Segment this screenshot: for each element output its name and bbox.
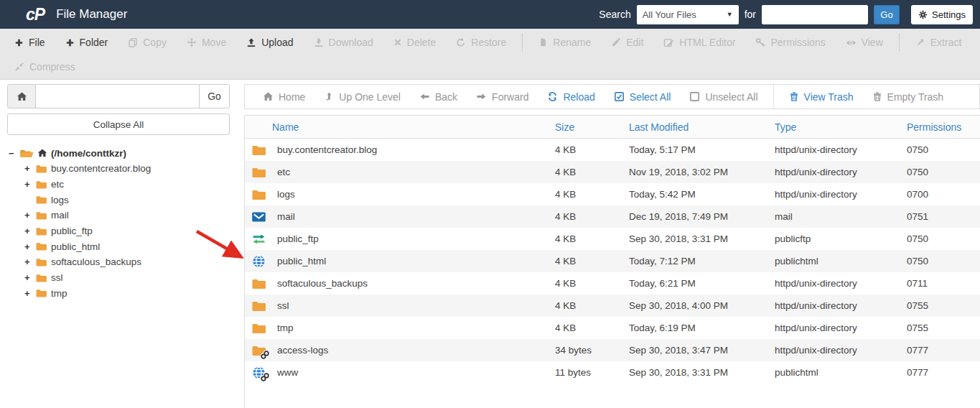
- search-label: Search: [599, 9, 630, 20]
- tree-item[interactable]: + buy.contentcreator.blog: [24, 161, 238, 177]
- extract-button[interactable]: Extract: [905, 37, 972, 48]
- settings-button[interactable]: Settings: [911, 5, 973, 24]
- expand-icon[interactable]: +: [24, 288, 32, 299]
- path-input[interactable]: [36, 84, 199, 108]
- tree-item[interactable]: + public_ftp: [24, 223, 238, 239]
- tree-item[interactable]: + tmp: [24, 286, 238, 302]
- empty-trash-button[interactable]: Empty Trash: [863, 91, 953, 103]
- path-location-bar: Go: [7, 84, 230, 108]
- file-type-icon: [251, 300, 266, 312]
- file-last-modified: Today, 5:17 PM: [629, 144, 775, 155]
- search-input[interactable]: [762, 5, 868, 24]
- folder-button[interactable]: Folder: [55, 37, 118, 48]
- eye-icon: [846, 37, 857, 48]
- tree-item[interactable]: logs: [24, 192, 238, 208]
- table-row[interactable]: softaculous_backups 4 KB Today, 6:21 PM …: [245, 272, 980, 295]
- file-size: 4 KB: [555, 323, 629, 333]
- restore-button[interactable]: Restore: [446, 37, 516, 48]
- column-header-last-modified[interactable]: Last Modified: [629, 121, 775, 133]
- expand-icon[interactable]: +: [24, 163, 32, 174]
- back-button[interactable]: Back: [410, 91, 467, 103]
- expand-icon[interactable]: +: [24, 272, 32, 283]
- reload-button[interactable]: Reload: [538, 91, 604, 103]
- column-header-name[interactable]: Name: [245, 121, 555, 133]
- folder-icon: [35, 180, 47, 190]
- move-button[interactable]: Move: [177, 37, 236, 48]
- table-row[interactable]: public_ftp 4 KB Sep 30, 2018, 3:31 PM pu…: [245, 228, 980, 250]
- compress-button[interactable]: Compress: [4, 61, 85, 73]
- delete-button[interactable]: Delete: [383, 37, 446, 48]
- tree-item[interactable]: + softaculous_backups: [24, 254, 238, 270]
- file-name: www: [277, 367, 298, 378]
- file-permissions: 0777: [907, 367, 979, 378]
- table-body: buy.contentcreator.blog 4 KB Today, 5:17…: [245, 139, 980, 384]
- file-last-modified: Today, 6:21 PM: [629, 278, 775, 289]
- file-type-icon: [251, 344, 266, 357]
- expand-icon[interactable]: +: [24, 256, 32, 267]
- table-row[interactable]: logs 4 KB Today, 5:42 PM httpd/unix-dire…: [245, 183, 980, 205]
- navbar-separator: [773, 85, 774, 108]
- file-type-icon: [251, 144, 266, 157]
- html-editor-button[interactable]: HTML Editor: [653, 37, 745, 48]
- tree-item[interactable]: + public_html: [24, 238, 238, 254]
- column-header-permissions[interactable]: Permissions: [907, 121, 979, 133]
- table-row[interactable]: access-logs 34 bytes Sep 30, 2018, 3:47 …: [245, 339, 980, 361]
- folder-icon: [35, 241, 47, 251]
- copy-button[interactable]: Copy: [118, 37, 177, 48]
- collapse-all-button[interactable]: Collapse All: [7, 113, 230, 135]
- rename-button[interactable]: Rename: [528, 37, 601, 48]
- table-row[interactable]: tmp 4 KB Today, 6:19 PM httpd/unix-direc…: [245, 317, 980, 339]
- download-button[interactable]: Download: [304, 37, 383, 48]
- expand-icon[interactable]: +: [24, 210, 32, 221]
- select-all-button[interactable]: Select All: [605, 91, 681, 103]
- tree-item[interactable]: + mail: [24, 208, 238, 223]
- unselect-all-button[interactable]: Unselect All: [680, 91, 767, 103]
- file-type: httpd/unix-directory: [775, 144, 907, 155]
- expand-icon[interactable]: +: [24, 226, 32, 236]
- path-go-button[interactable]: Go: [199, 84, 230, 108]
- table-row[interactable]: mail 4 KB Dec 19, 2018, 7:49 PM mail 075…: [245, 205, 980, 228]
- path-home-button[interactable]: [7, 84, 36, 108]
- home-button[interactable]: Home: [253, 91, 314, 103]
- folder-icon: [35, 164, 47, 174]
- tree-root-home[interactable]: − (/home/conttkzr): [9, 145, 238, 161]
- tree-item[interactable]: + etc: [24, 177, 238, 193]
- column-header-type[interactable]: Type: [775, 121, 907, 133]
- view-trash-button[interactable]: View Trash: [780, 91, 863, 103]
- column-header-size[interactable]: Size: [555, 121, 629, 133]
- table-row[interactable]: buy.contentcreator.blog 4 KB Today, 5:17…: [245, 139, 980, 161]
- home-icon: [263, 91, 274, 102]
- table-row[interactable]: www 11 bytes Sep 30, 2018, 3:31 PM publi…: [245, 361, 980, 384]
- file-button[interactable]: File: [4, 37, 55, 48]
- link-overlay-icon: [261, 351, 269, 359]
- collapse-expander[interactable]: −: [9, 148, 16, 159]
- extract-icon: [915, 37, 925, 47]
- file-last-modified: Sep 30, 2018, 3:31 PM: [629, 233, 775, 244]
- tree-item-label: mail: [51, 210, 69, 221]
- trash-icon: [872, 91, 882, 102]
- file-type: httpd/unix-directory: [775, 189, 907, 200]
- table-row[interactable]: ssl 4 KB Sep 30, 2018, 4:00 PM httpd/uni…: [245, 295, 980, 317]
- restore-icon: [456, 37, 466, 47]
- forward-button[interactable]: Forward: [467, 91, 538, 103]
- search-scope-select[interactable]: All Your Files ▼: [637, 5, 739, 24]
- file-name: etc: [277, 167, 290, 177]
- plus-icon: [65, 38, 75, 47]
- edit-button[interactable]: Edit: [601, 37, 653, 48]
- table-row[interactable]: etc 4 KB Nov 19, 2018, 3:02 PM httpd/uni…: [245, 161, 980, 183]
- file-type: publichtml: [775, 256, 907, 266]
- expand-icon[interactable]: +: [24, 179, 32, 190]
- table-row[interactable]: public_html 4 KB Today, 7:12 PM publicht…: [245, 250, 980, 272]
- permissions-button[interactable]: Permissions: [745, 37, 835, 48]
- file-permissions: 0711: [907, 278, 979, 289]
- search-go-button[interactable]: Go: [874, 5, 900, 24]
- expand-icon[interactable]: +: [24, 241, 32, 252]
- folder-icon: [35, 273, 47, 283]
- file-name: public_html: [277, 256, 326, 266]
- upload-button[interactable]: Upload: [236, 37, 303, 48]
- file-name: public_ftp: [277, 233, 319, 244]
- up-one-level-button[interactable]: Up One Level: [314, 91, 410, 103]
- tree-item[interactable]: + ssl: [24, 270, 238, 286]
- download-icon: [314, 37, 324, 47]
- view-button[interactable]: View: [836, 37, 893, 48]
